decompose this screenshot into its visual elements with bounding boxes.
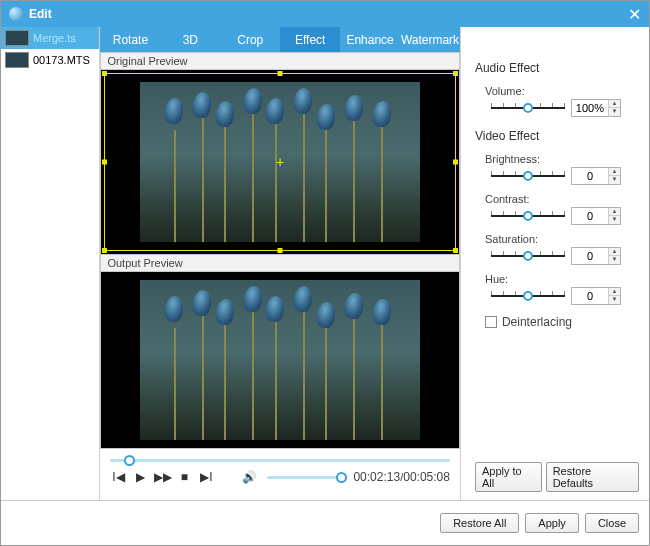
original-preview: + [100,70,460,254]
apply-button[interactable]: Apply [525,513,579,533]
spin-up-icon[interactable]: ▲ [609,100,620,108]
contrast-spinner[interactable]: 0 ▲▼ [571,207,621,225]
restore-all-button[interactable]: Restore All [440,513,519,533]
video-frame [140,82,420,242]
saturation-label: Saturation: [485,233,639,245]
seek-slider[interactable] [110,459,450,462]
deinterlacing-label: Deinterlacing [502,315,572,329]
tab-effect[interactable]: Effect [280,27,340,52]
edit-tabs: Rotate 3D Crop Effect Enhance Watermark [100,27,460,52]
hue-spinner[interactable]: 0 ▲▼ [571,287,621,305]
volume-spinner[interactable]: 100% ▲▼ [571,99,621,117]
deinterlacing-checkbox[interactable] [485,316,497,328]
spin-up-icon[interactable]: ▲ [609,248,620,256]
tab-crop[interactable]: Crop [220,27,280,52]
original-preview-label: Original Preview [100,52,460,70]
seek-thumb[interactable] [124,455,135,466]
thumbnail-icon [5,30,29,46]
saturation-spinner[interactable]: 0 ▲▼ [571,247,621,265]
fast-forward-button[interactable]: ▶▶ [154,470,170,484]
volume-thumb[interactable] [336,472,347,483]
dialog-footer: Restore All Apply Close [1,500,649,545]
tab-3d[interactable]: 3D [160,27,220,52]
audio-effect-heading: Audio Effect [475,61,639,75]
output-preview-label: Output Preview [100,254,460,272]
volume-icon[interactable]: 🔊 [242,470,257,484]
play-button[interactable]: ▶ [132,470,148,484]
effects-panel: Audio Effect Volume: 100% ▲▼ Video Effec… [460,27,649,500]
brightness-label: Brightness: [485,153,639,165]
apply-to-all-button[interactable]: Apply to All [475,462,542,492]
spin-up-icon[interactable]: ▲ [609,168,620,176]
spin-down-icon[interactable]: ▼ [609,296,620,304]
sidebar-item-label: Merge.ts [33,32,76,44]
saturation-slider[interactable] [491,247,565,265]
hue-slider[interactable] [491,287,565,305]
timecode: 00:02:13/00:05:08 [353,470,450,484]
restore-defaults-button[interactable]: Restore Defaults [546,462,639,492]
tab-rotate[interactable]: Rotate [100,27,160,52]
brightness-slider[interactable] [491,167,565,185]
brightness-spinner[interactable]: 0 ▲▼ [571,167,621,185]
output-preview [100,272,460,448]
next-button[interactable]: ▶I [198,470,214,484]
sidebar-item-00173[interactable]: 00173.MTS [1,49,99,71]
spin-down-icon[interactable]: ▼ [609,176,620,184]
volume-effect-slider[interactable] [491,99,565,117]
close-icon[interactable]: ✕ [628,5,641,24]
video-frame [140,280,420,440]
prev-button[interactable]: I◀ [110,470,126,484]
spin-down-icon[interactable]: ▼ [609,256,620,264]
spin-up-icon[interactable]: ▲ [609,208,620,216]
tab-enhance[interactable]: Enhance [340,27,400,52]
spin-down-icon[interactable]: ▼ [609,108,620,116]
volume-slider[interactable] [267,476,347,479]
sidebar-item-label: 00173.MTS [33,54,90,66]
window-title: Edit [29,7,628,21]
transport-bar: I◀ ▶ ▶▶ ■ ▶I 🔊 00:02:13/00:05:08 [100,448,460,490]
contrast-label: Contrast: [485,193,639,205]
titlebar: Edit ✕ [1,1,649,27]
thumbnail-icon [5,52,29,68]
file-sidebar: Merge.ts 00173.MTS [1,27,100,500]
contrast-slider[interactable] [491,207,565,225]
tab-watermark[interactable]: Watermark [400,27,460,52]
stop-button[interactable]: ■ [176,470,192,484]
spin-down-icon[interactable]: ▼ [609,216,620,224]
close-button[interactable]: Close [585,513,639,533]
hue-label: Hue: [485,273,639,285]
app-logo-icon [9,7,23,21]
volume-label: Volume: [485,85,639,97]
video-effect-heading: Video Effect [475,129,639,143]
spin-up-icon[interactable]: ▲ [609,288,620,296]
sidebar-item-merge[interactable]: Merge.ts [1,27,99,49]
